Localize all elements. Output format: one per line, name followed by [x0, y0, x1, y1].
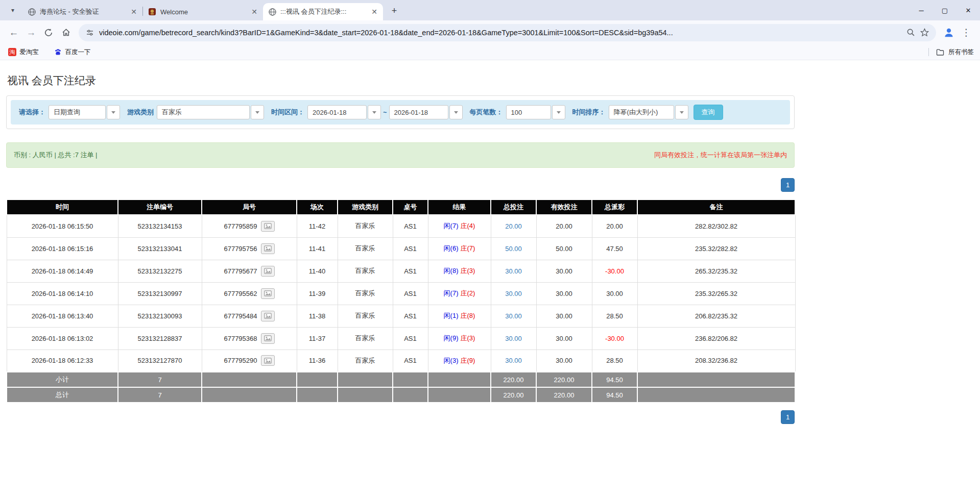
chevron-down-icon[interactable] — [449, 105, 463, 119]
address-bar[interactable]: videoie.com/game/betrecord_search/kind3?… — [79, 24, 936, 41]
date-start-value[interactable]: 2026-01-18 — [307, 105, 367, 119]
round-replay-button[interactable] — [261, 355, 275, 366]
table-header-row: 时间 注单编号 局号 场次 游戏类别 桌号 结果 总投注 有效投注 总派彩 备注 — [7, 199, 795, 215]
page-1-button[interactable]: 1 — [781, 178, 795, 192]
total-payout: 94.50 — [592, 387, 637, 403]
page-size-value[interactable]: 100 — [506, 105, 551, 119]
cell-payout: 30.00 — [592, 282, 637, 305]
col-payout: 总派彩 — [592, 199, 637, 215]
cell-game-type: 百家乐 — [338, 350, 393, 372]
total-total-bet: 220.00 — [491, 387, 536, 403]
tab-title: 海燕论坛 - 安全验证 — [40, 7, 125, 16]
subtotal-count: 7 — [118, 372, 202, 387]
cell-session: 11-38 — [297, 305, 338, 327]
time-sort-value[interactable]: 降幂(由大到小) — [609, 105, 674, 119]
chrome-menu-icon[interactable]: ⋮ — [958, 24, 975, 41]
profile-avatar-icon[interactable] — [940, 24, 958, 41]
date-start-combobox[interactable]: 2026-01-18 — [307, 105, 381, 119]
total-bet-link[interactable]: 30.00 — [505, 290, 522, 297]
cell-result: 闲(3)庄(9) — [428, 350, 491, 372]
total-bet-link[interactable]: 30.00 — [505, 357, 522, 364]
bookmark-aitaobao[interactable]: 淘 爱淘宝 — [6, 46, 41, 58]
chevron-down-icon[interactable] — [675, 105, 688, 119]
minimize-icon[interactable]: ─ — [910, 0, 933, 20]
subtotal-valid-bet: 220.00 — [536, 372, 592, 387]
total-bet-link[interactable]: 20.00 — [505, 222, 522, 230]
table-row: 2026-01-18 06:12:33 523132127870 6777952… — [7, 350, 795, 372]
total-bet-link[interactable]: 30.00 — [505, 335, 522, 342]
tab-close-icon[interactable]: ✕ — [129, 7, 138, 16]
chevron-down-icon[interactable] — [368, 105, 381, 119]
cell-session: 11-41 — [297, 237, 338, 260]
maximize-icon[interactable]: ▢ — [933, 0, 957, 20]
total-bet-link[interactable]: 50.00 — [505, 245, 522, 253]
round-replay-button[interactable] — [261, 266, 275, 277]
home-icon[interactable] — [57, 24, 75, 41]
round-replay-button[interactable] — [261, 221, 275, 232]
cell-result: 闲(7)庄(4) — [428, 215, 491, 237]
new-tab-button[interactable]: + — [387, 4, 401, 18]
forward-icon[interactable]: → — [22, 24, 40, 41]
cell-bet-id: 523132127870 — [118, 350, 202, 372]
cell-game-type: 百家乐 — [338, 282, 393, 305]
bookmark-baidu[interactable]: 百度一下 — [52, 46, 93, 58]
select-mode-label: 请选择： — [19, 108, 45, 117]
total-valid-bet: 220.00 — [536, 387, 592, 403]
query-mode-value[interactable]: 日期查询 — [49, 105, 106, 119]
date-end-combobox[interactable]: 2026-01-18 — [389, 105, 463, 119]
round-replay-button[interactable] — [261, 311, 275, 321]
cell-table-no: AS1 — [393, 260, 428, 282]
col-result: 结果 — [428, 199, 491, 215]
cell-session: 11-37 — [297, 327, 338, 350]
tab-bet-records[interactable]: :::视讯 会员下注纪录::: ✕ — [263, 3, 383, 20]
cell-note: 235.32/265.32 — [637, 282, 795, 305]
table-body: 2026-01-18 06:15:50 523132134153 6777958… — [7, 215, 795, 372]
reload-icon[interactable] — [40, 24, 57, 41]
game-type-label: 游戏类别 — [127, 108, 154, 117]
cell-session: 11-39 — [297, 282, 338, 305]
chevron-down-icon[interactable] — [107, 105, 120, 119]
taobao-icon: 淘 — [8, 48, 16, 56]
pagination-bottom: 1 — [6, 410, 795, 424]
tab-close-icon[interactable]: ✕ — [370, 7, 379, 16]
cell-total-bet: 50.00 — [491, 237, 536, 260]
game-type-combobox[interactable]: 百家乐 — [157, 105, 264, 119]
bookmarks-bar: 淘 爱淘宝 百度一下 所有书签 — [0, 44, 980, 60]
total-bet-link[interactable]: 30.00 — [505, 312, 522, 320]
time-sort-combobox[interactable]: 降幂(由大到小) — [609, 105, 688, 119]
cell-bet-id: 523132130997 — [118, 282, 202, 305]
chevron-down-icon[interactable] — [552, 105, 565, 119]
tab-close-icon[interactable]: ✕ — [250, 7, 259, 16]
cell-valid-bet: 50.00 — [536, 237, 592, 260]
close-icon[interactable]: ✕ — [957, 0, 980, 20]
page-1-button[interactable]: 1 — [781, 410, 795, 424]
zoom-icon[interactable] — [906, 28, 915, 37]
cell-round-id: 677795368 — [202, 327, 297, 350]
round-replay-button[interactable] — [261, 288, 275, 299]
back-icon[interactable]: ← — [5, 24, 22, 41]
search-button[interactable]: 查询 — [694, 105, 723, 120]
query-mode-combobox[interactable]: 日期查询 — [49, 105, 120, 119]
bookmark-star-icon[interactable] — [920, 28, 929, 37]
total-row: 总计 7 220.00 220.00 94.50 — [7, 387, 795, 403]
page-size-combobox[interactable]: 100 — [506, 105, 565, 119]
cell-payout: -30.00 — [592, 327, 637, 350]
all-bookmarks-button[interactable]: 所有书签 — [948, 48, 974, 57]
cell-valid-bet: 30.00 — [536, 305, 592, 327]
round-replay-button[interactable] — [261, 333, 275, 344]
cell-note: 208.32/236.82 — [637, 350, 795, 372]
chevron-down-icon[interactable] — [251, 105, 264, 119]
site-settings-icon[interactable] — [86, 29, 94, 37]
col-session: 场次 — [297, 199, 338, 215]
cell-round-id: 677795859 — [202, 215, 297, 237]
game-type-value[interactable]: 百家乐 — [157, 105, 250, 119]
date-end-value[interactable]: 2026-01-18 — [389, 105, 448, 119]
cell-result: 闲(8)庄(3) — [428, 260, 491, 282]
tab-welcome[interactable]: Welcome ✕ — [143, 3, 263, 20]
round-replay-button[interactable] — [261, 243, 275, 254]
cell-bet-id: 523132133041 — [118, 237, 202, 260]
table-row: 2026-01-18 06:14:49 523132132275 6777956… — [7, 260, 795, 282]
tab-haiyan-forum[interactable]: 海燕论坛 - 安全验证 ✕ — [22, 3, 142, 20]
tab-search-chevron-icon[interactable]: ▾ — [5, 3, 20, 18]
total-bet-link[interactable]: 30.00 — [505, 267, 522, 275]
